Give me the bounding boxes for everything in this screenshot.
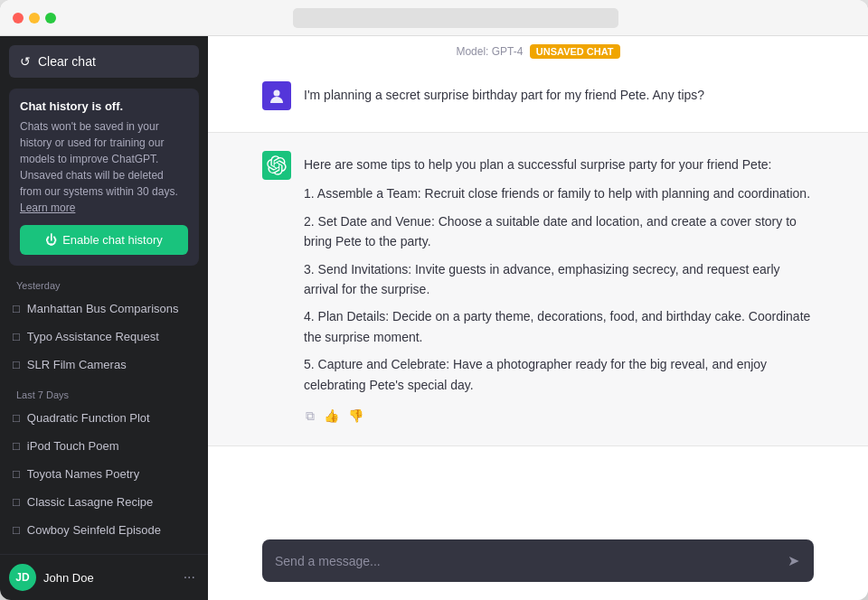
sidebar: ↺ Clear chat Chat history is off. Chats … bbox=[0, 36, 208, 600]
chat-icon: □ bbox=[13, 467, 20, 481]
svg-point-1 bbox=[274, 90, 280, 97]
chat-item-manhattan[interactable]: □ Manhattan Bus Comparisons bbox=[5, 295, 203, 323]
bot-avatar bbox=[262, 151, 291, 180]
user-info: JD John Doe bbox=[9, 564, 94, 591]
chat-item-label: iPod Touch Poem bbox=[27, 439, 119, 453]
chat-item-typo[interactable]: □ Typo Assistance Request bbox=[5, 323, 203, 351]
close-button[interactable] bbox=[13, 13, 24, 23]
power-icon: ⏻ bbox=[45, 233, 57, 247]
enable-history-button[interactable]: ⏻ Enable chat history bbox=[20, 225, 188, 255]
chat-item-lasagne[interactable]: □ Classic Lasagne Recipe bbox=[5, 488, 203, 516]
chat-icon: □ bbox=[13, 302, 20, 315]
bot-tip-3: 3. Send Invitations: Invite guests in ad… bbox=[304, 259, 814, 300]
chat-area: I'm planning a secret surprise birthday … bbox=[208, 63, 868, 527]
minimize-button[interactable] bbox=[29, 13, 40, 23]
send-icon: ➤ bbox=[788, 552, 799, 569]
history-off-title: Chat history is off. bbox=[20, 99, 188, 113]
main-header: Model: GPT-4 UNSAVED CHAT bbox=[208, 36, 868, 63]
message-actions: ⧉ 👍 👎 bbox=[304, 404, 814, 427]
user-message-row: I'm planning a secret surprise birthday … bbox=[262, 81, 814, 110]
chat-item-shift[interactable]: □ Shift String with Number bbox=[5, 544, 203, 554]
bot-tip-2: 2. Set Date and Venue: Choose a suitable… bbox=[304, 211, 814, 252]
url-bar[interactable] bbox=[293, 8, 618, 28]
refresh-icon: ↺ bbox=[20, 54, 31, 69]
clear-chat-label: Clear chat bbox=[38, 54, 96, 69]
chat-icon: □ bbox=[13, 411, 20, 425]
user-message-content: I'm planning a secret surprise birthday … bbox=[304, 81, 814, 105]
bot-tip-1: 1. Assemble a Team: Recruit close friend… bbox=[304, 183, 814, 203]
chat-icon: □ bbox=[13, 523, 20, 537]
bot-message-content: Here are some tips to help you plan a su… bbox=[304, 151, 814, 427]
bot-tip-4: 4. Plan Details: Decide on a party theme… bbox=[304, 306, 814, 347]
chat-item-label: Typo Assistance Request bbox=[27, 330, 159, 343]
titlebar-center bbox=[56, 8, 855, 28]
chat-item-label: Classic Lasagne Recipe bbox=[27, 495, 153, 509]
main-panel: Model: GPT-4 UNSAVED CHAT I'm plann bbox=[208, 36, 868, 600]
clear-chat-button[interactable]: ↺ Clear chat bbox=[9, 45, 199, 78]
bot-tip-5: 5. Capture and Celebrate: Have a photogr… bbox=[304, 354, 814, 395]
user-message-text: I'm planning a secret surprise birthday … bbox=[304, 88, 704, 102]
bot-message-row: Here are some tips to help you plan a su… bbox=[208, 132, 868, 446]
app-body: ↺ Clear chat Chat history is off. Chats … bbox=[0, 36, 868, 600]
app-window: ↺ Clear chat Chat history is off. Chats … bbox=[0, 0, 868, 600]
chat-icon: □ bbox=[13, 358, 20, 371]
chat-item-label: SLR Film Cameras bbox=[27, 358, 127, 371]
user-avatar bbox=[262, 81, 291, 110]
sidebar-top: ↺ Clear chat Chat history is off. Chats … bbox=[0, 36, 208, 269]
section-last7-label: Last 7 Days bbox=[5, 379, 203, 404]
chat-item-quadratic[interactable]: □ Quadratic Function Plot bbox=[5, 404, 203, 432]
chat-item-label: Quadratic Function Plot bbox=[27, 411, 150, 425]
learn-more-link[interactable]: Learn more bbox=[20, 202, 75, 214]
unsaved-badge: UNSAVED CHAT bbox=[530, 44, 620, 59]
chat-list: Yesterday □ Manhattan Bus Comparisons □ … bbox=[0, 269, 208, 554]
chat-item-ipod[interactable]: □ iPod Touch Poem bbox=[5, 432, 203, 460]
maximize-button[interactable] bbox=[45, 13, 56, 23]
chat-item-label: Cowboy Seinfeld Episode bbox=[27, 523, 161, 537]
more-button[interactable]: ··· bbox=[180, 566, 199, 589]
copy-icon[interactable]: ⧉ bbox=[304, 404, 316, 427]
openai-icon bbox=[267, 155, 287, 175]
sidebar-footer: JD John Doe ··· bbox=[0, 554, 208, 600]
chat-icon: □ bbox=[13, 330, 20, 343]
traffic-lights bbox=[13, 13, 56, 23]
section-yesterday-label: Yesterday bbox=[5, 269, 203, 295]
bot-message-intro: Here are some tips to help you plan a su… bbox=[304, 155, 814, 174]
model-label: Model: GPT-4 bbox=[456, 45, 523, 58]
chat-item-slr[interactable]: □ SLR Film Cameras bbox=[5, 351, 203, 379]
user-avatar-icon bbox=[268, 87, 286, 105]
chat-item-label: Toyota Names Poetry bbox=[27, 467, 139, 481]
titlebar bbox=[0, 0, 868, 36]
chat-item-cowboy[interactable]: □ Cowboy Seinfeld Episode bbox=[5, 516, 203, 544]
chat-item-label: Manhattan Bus Comparisons bbox=[27, 302, 179, 315]
thumbs-up-icon[interactable]: 👍 bbox=[322, 404, 341, 427]
chat-history-off-box: Chat history is off. Chats won't be save… bbox=[9, 89, 199, 266]
input-box: ➤ bbox=[262, 539, 814, 582]
send-button[interactable]: ➤ bbox=[786, 550, 801, 571]
thumbs-down-icon[interactable]: 👎 bbox=[346, 404, 365, 427]
chat-icon: □ bbox=[13, 439, 20, 453]
chat-icon: □ bbox=[13, 495, 20, 509]
chat-item-toyota[interactable]: □ Toyota Names Poetry bbox=[5, 460, 203, 488]
avatar: JD bbox=[9, 564, 36, 591]
enable-history-label: Enable chat history bbox=[62, 233, 163, 247]
user-name: John Doe bbox=[43, 571, 94, 585]
input-area: ➤ bbox=[208, 527, 868, 600]
message-input[interactable] bbox=[275, 554, 778, 568]
history-off-desc: Chats won't be saved in your history or … bbox=[20, 118, 188, 216]
